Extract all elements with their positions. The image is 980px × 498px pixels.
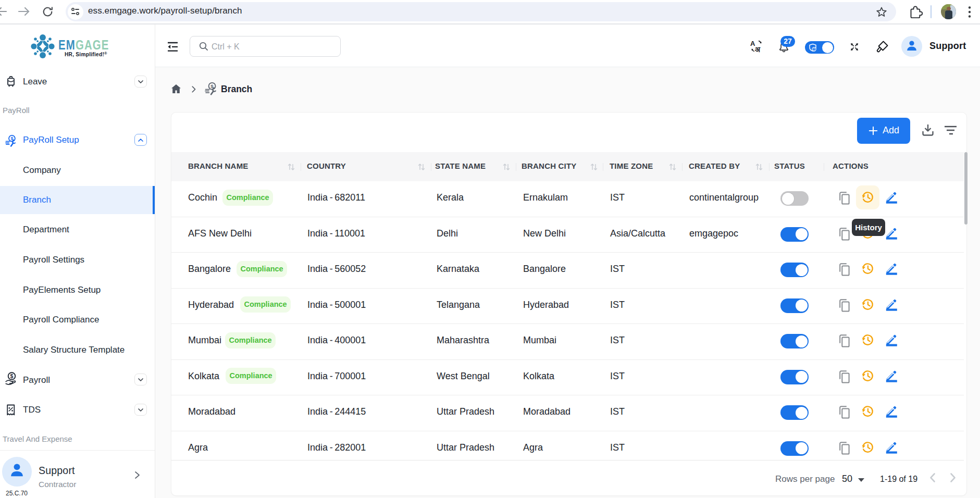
svg-text:अ: अ <box>755 45 761 53</box>
svg-text:$: $ <box>10 373 14 379</box>
